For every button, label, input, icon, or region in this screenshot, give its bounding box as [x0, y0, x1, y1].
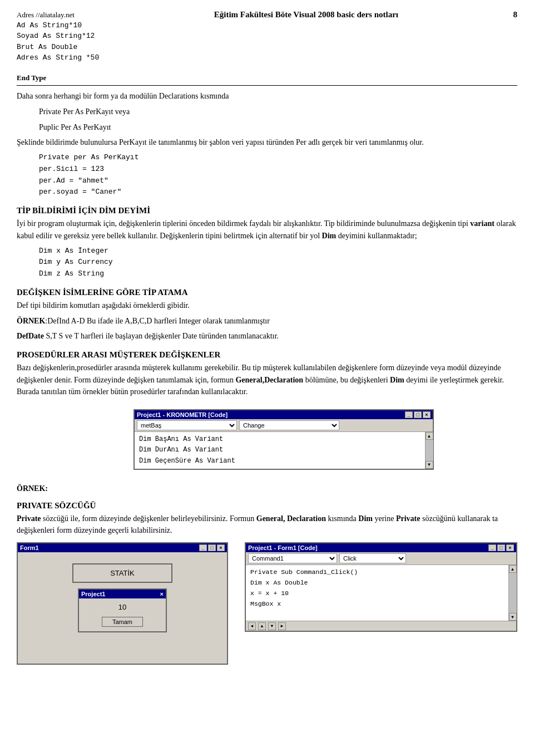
prosedur-section-title: PROSEDÜRLER ARASI MÜŞTEREK DEĞİŞKENLER: [17, 350, 517, 360]
p1-code-4: MsgBox x: [250, 599, 504, 610]
project1-title-text: Project1 - Form1 [Code]: [248, 544, 318, 551]
form1-window: Form1 _ □ × STATİK Project1 × 10 Tamam: [17, 542, 228, 665]
form1-maximize-btn[interactable]: □: [208, 544, 216, 551]
bottom-section: Form1 _ □ × STATİK Project1 × 10 Tamam: [17, 542, 517, 665]
form1-win-btns: _ □ ×: [199, 544, 225, 551]
p1-nav-down[interactable]: ▼: [268, 622, 276, 630]
project1-code: Private Sub Command1_Click() Dim x As Do…: [246, 565, 508, 621]
project1-content-area: Private Sub Command1_Click() Dim x As Do…: [246, 565, 516, 621]
tip-para1: İyi bir program oluşturmak için, değişke…: [17, 218, 517, 242]
tip-section-title: TİP BİLDİRİMİ İÇİN DİM DEYİMİ: [17, 206, 517, 215]
header-site: Adres //aliatalay.net Ad As String*10 So…: [17, 10, 99, 83]
def-para: Def tipi bildirim komutları aşağıdaki ör…: [17, 300, 517, 312]
p1-code-2: Dim x As Double: [250, 578, 504, 588]
dim-examples-block: Dim x As İnteger Dim y As Currency Dim z…: [39, 246, 517, 280]
project1-status-bar: ◄ ▲ ▼ ►: [246, 621, 516, 631]
form1-title-text: Form1: [20, 544, 39, 551]
close-btn[interactable]: ×: [423, 411, 431, 418]
puplic-per: Puplic Per As PerKayıt: [39, 121, 517, 134]
p1-event-select[interactable]: Click: [339, 553, 406, 563]
private-sozck-para: Private sözcüğü ile, form düzeyinde deği…: [17, 513, 517, 537]
code-line-3: per.Ad = "ahmet": [39, 175, 517, 187]
kron-code-3: Dim GeçenSüre As Variant: [139, 456, 421, 467]
page-title: Eğitim Fakültesi Böte Visual 2008 basic …: [99, 10, 513, 19]
ornek-label-row: ÖRNEK:: [17, 479, 517, 493]
p1-scroll-up-btn[interactable]: ▲: [509, 565, 517, 573]
kronometr-win-btns: _ □ ×: [405, 411, 431, 418]
p1-minimize-btn[interactable]: _: [488, 544, 496, 551]
project1-title-bar: Project1 - Form1 [Code] _ □ ×: [246, 543, 516, 552]
declarations-para: Daha sonra herhangi bir form ya da modül…: [17, 90, 517, 102]
kron-code-2: Dim DurAnı As Variant: [139, 445, 421, 455]
p1-code-1: Private Sub Command1_Click(): [250, 567, 504, 578]
kronometr-object-select[interactable]: metBaş: [137, 420, 237, 430]
defind-ornek: ÖRNEK:DefInd A-D Bu ifade ile A,B,C,D ha…: [17, 315, 517, 327]
page-number: 8: [513, 10, 518, 19]
example-row: Project1 - KRONOMETR [Code] _ □ × metBaş…: [17, 404, 517, 475]
p1-nav-up[interactable]: ▲: [258, 622, 266, 630]
nested-project1-title: Project1 ×: [79, 590, 166, 598]
p1-nav-prev[interactable]: ◄: [248, 622, 256, 630]
kronometr-toolbar: metBaş Change: [135, 419, 433, 432]
p1-maximize-btn[interactable]: □: [497, 544, 505, 551]
nested-close-icon[interactable]: ×: [160, 591, 164, 597]
private-sozck-title: PRIVATE SÖZCÜĞÜ: [17, 501, 517, 510]
form1-close-btn[interactable]: ×: [217, 544, 225, 551]
code-line-1: Private per As PerKayıt: [39, 152, 517, 164]
prosedur-para: Bazı değişkenlerin,prosedürler arasında …: [17, 362, 517, 398]
kron-code-1: Dim BaşAnı As Variant: [139, 434, 421, 445]
form1-minimize-btn[interactable]: _: [199, 544, 207, 551]
scroll-up-btn[interactable]: ▲: [426, 432, 433, 440]
ornek-label: ÖRNEK:: [17, 479, 48, 493]
degisken-section-title: DEĞİŞKEN İSİMLERİNE GÖRE TİP ATAMA: [17, 288, 517, 297]
project1-win-btns: _ □ ×: [488, 544, 514, 551]
kronometr-event-select[interactable]: Change: [239, 420, 339, 430]
p1-code-3: x = x + 10: [250, 588, 504, 599]
dim-line-3: Dim z As String: [39, 268, 517, 280]
scroll-down-btn[interactable]: ▼: [426, 461, 433, 469]
minimize-btn[interactable]: _: [405, 411, 413, 418]
kronometr-title-bar: Project1 - KRONOMETR [Code] _ □ ×: [135, 410, 433, 419]
kronometr-content-area: Dim BaşAnı As Variant Dim DurAnı As Vari…: [135, 432, 433, 469]
code-line-2: per.Sicil = 123: [39, 164, 517, 175]
tamam-button[interactable]: Tamam: [102, 617, 143, 627]
maximize-btn[interactable]: □: [414, 411, 422, 418]
dim-line-2: Dim y As Currency: [39, 257, 517, 268]
kronometr-scrollbar[interactable]: ▲ ▼: [425, 432, 433, 469]
page-header: Adres //aliatalay.net Ad As String*10 So…: [17, 10, 517, 86]
perkayit-desc: Şeklinde bildirimde bulunulursa PerKayıt…: [17, 136, 517, 149]
form1-content: STATİK Project1 × 10 Tamam: [18, 552, 227, 664]
dim-line-1: Dim x As İnteger: [39, 246, 517, 257]
project1-scrollbar[interactable]: ▲ ▼: [508, 565, 516, 621]
kronometr-code: Dim BaşAnı As Variant Dim DurAnı As Vari…: [135, 432, 425, 469]
p1-nav-next[interactable]: ►: [278, 622, 286, 630]
kronometr-title-text: Project1 - KRONOMETR [Code]: [137, 411, 228, 418]
code-line-4: per.soyad = "Caner": [39, 186, 517, 198]
p1-scroll-track: [509, 573, 517, 613]
form1-title-bar: Form1 _ □ ×: [18, 543, 227, 552]
nested-value: 10: [83, 603, 161, 611]
project1-toolbar: Command1 Click: [246, 552, 516, 565]
private-example-block: Private per As PerKayıt per.Sicil = 123 …: [39, 152, 517, 198]
nested-project1-content: 10 Tamam: [79, 598, 166, 631]
kronometr-window: Project1 - KRONOMETR [Code] _ □ × metBaş…: [134, 409, 434, 470]
p1-scroll-down-btn[interactable]: ▼: [509, 613, 517, 621]
private-per: Private Per As PerKayıt veya: [39, 106, 517, 118]
p1-close-btn[interactable]: ×: [506, 544, 514, 551]
scroll-track: [426, 440, 433, 461]
p1-object-select[interactable]: Command1: [248, 553, 337, 563]
project1-form1-window: Project1 - Form1 [Code] _ □ × Command1 C…: [245, 542, 517, 632]
static-button[interactable]: STATİK: [72, 563, 172, 583]
nested-project1-window: Project1 × 10 Tamam: [78, 588, 167, 632]
defdate-ornek: DefDate S,T S ve T harfleri ile başlayan…: [17, 330, 517, 342]
